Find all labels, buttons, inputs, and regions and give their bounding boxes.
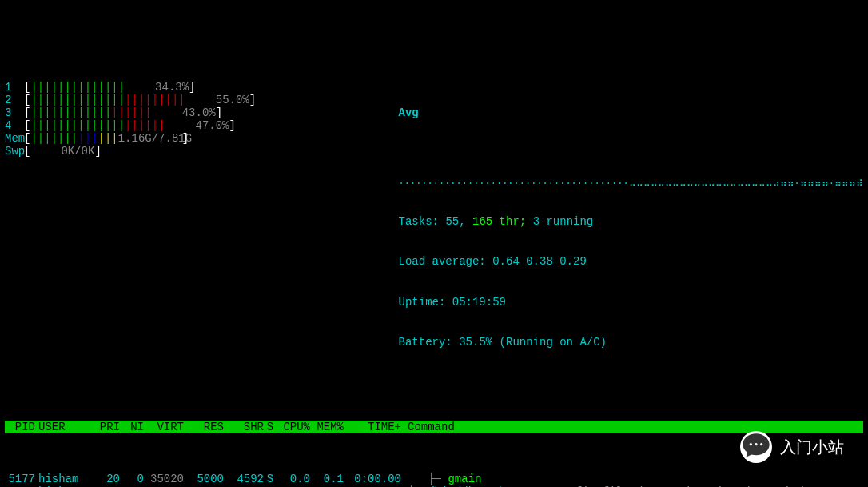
cpu-meters: 1[|||||||||||||| 34.3%]2[|||||||||||||||… <box>5 81 391 375</box>
load-line: Load average: 0.64 0.38 0.29 <box>399 255 863 268</box>
col-time[interactable]: TIME+ <box>344 421 401 433</box>
cpu-graph: ........................................… <box>399 177 863 188</box>
col-pid[interactable]: PID <box>5 421 38 433</box>
col-res[interactable]: RES <box>184 421 224 433</box>
col-s[interactable]: S <box>264 421 277 433</box>
stats-panel: Avg ....................................… <box>391 81 863 375</box>
battery-line: Battery: 35.5% (Running on A/C) <box>399 336 863 349</box>
column-headers[interactable]: PID USER PRI NI VIRT RES SHR S CPU% MEM%… <box>5 421 863 433</box>
process-row[interactable]: 5177hisham2003502050004592S0.00.10:00.00… <box>5 473 863 485</box>
mem-meter: Mem[||||||||||||| 1.16G/7.81G] <box>5 132 391 145</box>
col-mem[interactable]: MEM% <box>310 421 344 433</box>
svg-point-0 <box>750 443 752 445</box>
cpu-meter-1: 1[|||||||||||||| 34.3%] <box>5 81 391 94</box>
svg-point-2 <box>760 443 762 445</box>
tasks-line: Tasks: 55, 165 thr; 3 running <box>399 215 863 228</box>
col-virt[interactable]: VIRT <box>144 421 184 433</box>
col-ni[interactable]: NI <box>120 421 144 433</box>
avg-label: Avg <box>399 106 863 119</box>
col-shr[interactable]: SHR <box>224 421 264 433</box>
uptime-line: Uptime: 05:19:59 <box>399 296 863 309</box>
cpu-meter-4: 4[|||||||||||||||||||| 47.0%] <box>5 119 391 132</box>
swp-meter: Swp[ 0K/0K] <box>5 145 391 158</box>
col-user[interactable]: USER <box>38 421 90 433</box>
chat-icon <box>740 431 772 463</box>
col-pri[interactable]: PRI <box>90 421 120 433</box>
col-cpu[interactable]: CPU% <box>277 421 310 433</box>
cpu-meter-3: 3[|||||||||||||||||| 43.0%] <box>5 106 391 119</box>
cpu-meter-2: 2[||||||||||||||||||||||| 55.0%] <box>5 94 391 106</box>
watermark: 入门小站 <box>740 431 844 463</box>
process-list[interactable]: 5177hisham2003502050004592S0.00.10:00.00… <box>5 473 863 487</box>
svg-point-1 <box>755 443 757 445</box>
